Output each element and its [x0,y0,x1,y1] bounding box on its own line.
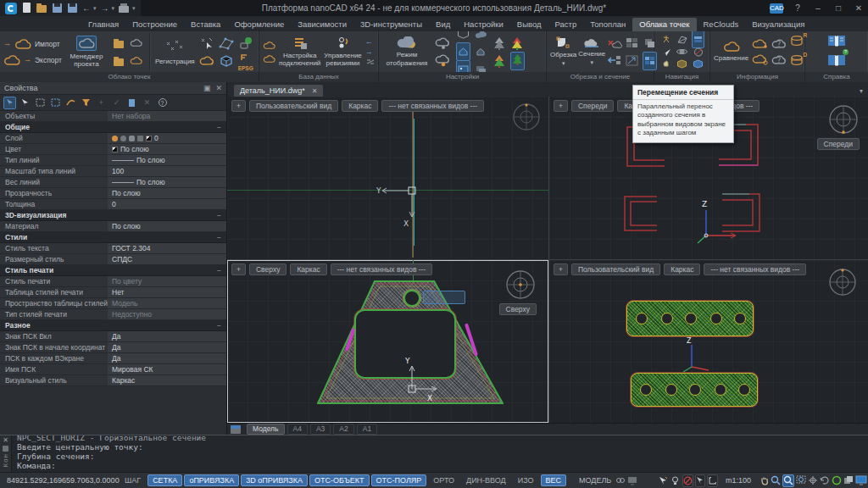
cloud-export-small-icon[interactable] [199,55,214,67]
apply-icon[interactable]: ✓ [110,97,123,109]
tab-vid[interactable]: Вид [429,18,457,31]
tab-nastroyki[interactable]: Настройки [457,18,510,31]
document-tab-close-icon[interactable]: ✕ [312,87,318,95]
cloud-point-icon[interactable] [752,39,768,50]
command-history[interactable]: NPC_SECT_HORIZ - Горизонтальное сечение … [12,435,868,472]
tab-oblaka-tochek[interactable]: Облака точек [632,18,696,31]
ucs-toggle-icon[interactable] [707,474,718,487]
vp-view-chip[interactable]: Сверху [249,263,287,275]
prop-row-thickness[interactable]: Толщина0 [0,199,226,210]
compass-label[interactable]: Сверху [499,303,537,315]
doc-tabs-menu-icon[interactable]: ▾ [854,87,868,97]
cloud-bulb-off-icon[interactable] [435,37,452,50]
tab-rastr[interactable]: Растр [548,18,584,31]
panel-close-icon[interactable]: ✕ [215,84,222,92]
selection-cursor-icon[interactable] [659,474,669,487]
section-back-icon[interactable] [607,54,622,66]
select-crossing-icon[interactable] [49,97,62,109]
db-r-icon[interactable]: R [790,35,805,50]
db-cloud-in-icon[interactable] [263,41,275,50]
prop-section-styles[interactable]: Стили− [0,232,226,243]
fly-icon[interactable] [661,47,671,57]
lamp-icon[interactable] [670,474,681,487]
context-help-book-icon[interactable]: ? [826,53,847,71]
prop-row-lineweight[interactable]: Вес линийПо слою [0,177,226,188]
db-cloud-out-icon[interactable] [263,54,275,64]
vp-links-chip[interactable]: --- нет связанных видов --- [381,100,484,112]
toggle-dyn-input[interactable]: ДИН-ВВОД [461,474,511,486]
layout-tab-model[interactable]: Модель [247,424,285,435]
help-button[interactable]: ? [788,0,807,16]
document-tab[interactable]: Деталь_НИИ.dwg* ✕ [234,85,323,97]
toggle-iso[interactable]: ИЗО [513,474,539,486]
toggle-osnap[interactable]: оПРИВЯЗКА [184,474,239,486]
clip-dropdown-icon[interactable]: ▾ [562,60,565,67]
props-help-icon[interactable]: ? [156,97,169,109]
house-scan-icon[interactable] [456,42,470,61]
registration-points-icon[interactable] [164,38,186,53]
prop-section-misc[interactable]: Разное− [0,320,226,331]
vp-style-chip[interactable]: Каркас [664,263,700,275]
toggle-ortho[interactable]: ОРТО [428,474,459,486]
import-button[interactable]: →Импорт [3,38,62,50]
select-mode-icon[interactable] [695,474,705,487]
cmd-pin-icon[interactable] [3,446,8,452]
tab-zavisimosti[interactable]: Зависимости [291,18,353,31]
prop-row-ucs-name[interactable]: Имя ПСКМировая СК [0,364,226,375]
select-add-icon[interactable] [3,97,16,109]
cmd-close-icon[interactable]: ✕ [3,437,8,444]
prop-row-visual-style[interactable]: Визуальный стильКаркас [0,375,226,386]
folder-icon[interactable] [114,56,124,66]
compare-button[interactable]: Сравнение [714,41,748,62]
redo-dropdown-icon[interactable]: ▾ [112,5,115,12]
color-swatch[interactable] [112,147,118,152]
register-globe-icon[interactable] [238,36,253,50]
prop-row-color[interactable]: ЦветПо слою [0,144,226,155]
prop-row-ltscale[interactable]: Масштаб типа линий100 [0,166,226,177]
export-button[interactable]: →Экспорт [3,54,62,66]
layer-lock-icon[interactable] [129,136,135,141]
print-icon[interactable] [119,3,130,14]
prop-row-layer[interactable]: Слой0 [0,133,226,144]
annotation-monitor-icon[interactable] [627,474,637,487]
qat-options-icon[interactable]: ▾ [132,5,136,12]
tab-postroenie[interactable]: Построение [125,18,184,31]
zoom-icon[interactable] [771,474,781,487]
toggle-snap-step[interactable]: ШАГ [120,474,146,486]
vp-menu-plus[interactable]: + [554,263,568,275]
walk-icon[interactable] [661,34,671,44]
save-all-icon[interactable] [67,3,78,14]
annotation-link-icon[interactable] [615,474,626,487]
cloud-circle-icon[interactable] [752,54,768,65]
undo-dropdown-icon[interactable]: ▾ [93,5,97,12]
doc-props-icon[interactable] [125,97,138,109]
autohide-pin-icon[interactable]: ▣ [203,84,211,92]
vp-menu-plus[interactable]: + [231,263,246,275]
layout-tab-a4[interactable]: A4 [287,424,308,435]
cloud-question-icon[interactable]: ? [771,38,787,50]
cloud-bulb-on-icon[interactable] [435,54,452,67]
select-window-icon[interactable] [34,97,47,109]
help-book-icon[interactable] [826,33,847,48]
clear-icon[interactable]: ✕ [141,97,153,109]
prop-row-plotspace[interactable]: Пространство таблицы стилей печатиМодель [0,298,226,309]
section-button[interactable]: Сечение ▾ [578,37,605,66]
nanocad-logo-icon[interactable] [5,3,17,14]
zoom-selection-icon[interactable] [808,474,818,487]
annotation-scale[interactable]: m1:100 [726,476,751,485]
viewports-icon[interactable] [626,37,638,49]
cube-blue-icon[interactable] [693,59,704,69]
prop-row-dimstyle[interactable]: Размерный стильСПДС [0,254,226,265]
tab-oformlenie[interactable]: Оформление [227,18,291,31]
layout-list-icon[interactable] [231,425,241,434]
layer-on-icon[interactable] [112,136,118,141]
rotate-view-icon[interactable] [820,474,830,487]
register-pick-icon[interactable] [199,36,214,50]
constrained-orbit-icon[interactable] [693,47,704,57]
mesh-icon[interactable] [676,35,687,44]
vp-links-chip[interactable]: --- нет связанных видов --- [704,263,806,275]
tree-green-icon[interactable] [510,52,525,70]
filter-icon[interactable] [80,97,92,109]
prop-row-textstyle[interactable]: Стиль текстаГОСТ 2.304 [0,243,226,254]
pan-hand-icon[interactable] [759,474,769,487]
